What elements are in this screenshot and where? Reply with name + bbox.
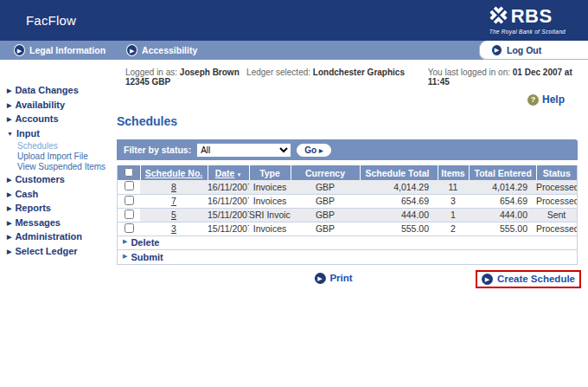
- row-checkbox[interactable]: [125, 181, 134, 190]
- cell-status: Processed: [536, 194, 577, 208]
- cell-type: Invoices: [249, 194, 291, 208]
- app-header: FacFlow RBS The Royal Bank of Scotland: [0, 0, 588, 41]
- cell-items: 2: [438, 222, 469, 235]
- cell-schedule-total: 4,014.29: [360, 180, 438, 194]
- row-checkbox[interactable]: [125, 223, 134, 233]
- schedule-link[interactable]: 7: [171, 196, 176, 206]
- chevron-right-icon: ▶: [7, 234, 11, 241]
- sidebar-label: Messages: [15, 217, 61, 228]
- cell-status: Sent: [536, 208, 577, 222]
- table-row: 3 15/11/2007 Invoices GBP 555.00 2 555.0…: [118, 222, 577, 235]
- chevron-right-icon: ▶: [7, 191, 11, 198]
- print-button[interactable]: ▶ Print: [314, 273, 352, 284]
- cell-status: Processed: [536, 180, 577, 194]
- sidebar-item-availability[interactable]: ▶Availability: [7, 100, 117, 110]
- sidebar-item-data-changes[interactable]: ▶Data Changes: [7, 85, 117, 95]
- cell-schedule-no: 7: [140, 194, 208, 208]
- table-row: 5 15/11/2007 SRI Invoices GBP 444.00 1 4…: [118, 208, 577, 222]
- cell-items: 3: [438, 194, 469, 208]
- chevron-down-icon: ▼: [7, 131, 13, 137]
- brand-name: RBS: [511, 5, 553, 28]
- sidebar-label: Data Changes: [15, 85, 78, 95]
- cell-schedule-no: 3: [140, 222, 208, 235]
- help-link[interactable]: ? Help: [527, 94, 565, 106]
- row-checkbox[interactable]: [125, 196, 134, 205]
- sidebar-item-customers[interactable]: ▶Customers: [7, 174, 117, 184]
- select-all-checkbox-cell: [118, 165, 140, 180]
- create-schedule-button[interactable]: ▶ Create Schedule: [476, 270, 581, 288]
- delete-button[interactable]: ▶ Delete: [118, 236, 577, 250]
- cell-schedule-no: 8: [140, 180, 208, 194]
- row-checkbox-cell: [118, 194, 140, 208]
- nav-accessibility[interactable]: ▶ Accessibility: [126, 44, 197, 56]
- table-header-row: Schedule No. Date▼ Type Currency Schedul…: [118, 165, 577, 180]
- schedule-link[interactable]: 8: [171, 182, 176, 192]
- facflow-window: FacFlow RBS The Royal Bank of Scotland: [0, 0, 588, 387]
- schedule-link[interactable]: 3: [171, 223, 176, 234]
- arrow-circle-icon: ▶: [482, 274, 493, 285]
- cell-date: 15/11/2007: [208, 222, 249, 235]
- sidebar-item-accounts[interactable]: ▶Accounts: [7, 113, 117, 124]
- table-row: 7 16/11/2007 Invoices GBP 654.69 3 654.6…: [118, 194, 577, 208]
- sidebar-item-schedules[interactable]: Schedules: [17, 141, 117, 151]
- cell-type: Invoices: [249, 180, 291, 194]
- sidebar-input-submenu: Schedules Upload Import File View Suspen…: [17, 141, 117, 171]
- sidebar-label: Availability: [15, 100, 65, 110]
- sidebar-item-reports[interactable]: ▶Reports: [7, 203, 117, 213]
- brand-tagline: The Royal Bank of Scotland: [489, 29, 566, 35]
- chevron-right-icon: ▶: [7, 102, 11, 109]
- filter-bar: Filter by status: All Go ▶: [117, 139, 578, 160]
- col-schedule-no[interactable]: Schedule No.: [140, 165, 208, 180]
- sidebar-item-messages[interactable]: ▶Messages: [7, 217, 117, 228]
- sidebar-label: Cash: [15, 189, 38, 199]
- print-label: Print: [329, 273, 352, 283]
- col-schedule-total: Schedule Total: [360, 165, 438, 180]
- col-date[interactable]: Date▼: [208, 165, 249, 180]
- session-bar: Logged in as: Joseph Brown Ledger select…: [125, 68, 584, 87]
- submit-label: Submit: [131, 252, 163, 262]
- cell-items: 1: [438, 208, 469, 222]
- chevron-right-icon: ▶: [7, 205, 11, 212]
- col-total-entered: Total Entered: [469, 165, 536, 180]
- arrow-circle-icon: ▶: [491, 44, 502, 56]
- col-items: Items: [438, 165, 469, 180]
- sidebar-item-administration[interactable]: ▶Administration: [7, 231, 117, 242]
- submit-button[interactable]: ▶ Submit: [118, 250, 577, 264]
- table-row: 8 16/11/2007 Invoices GBP 4,014.29 11 4,…: [118, 180, 577, 194]
- go-button[interactable]: Go ▶: [297, 144, 331, 157]
- cell-schedule-no: 5: [140, 208, 208, 222]
- row-checkbox-cell: [118, 180, 140, 194]
- nav-legal-information[interactable]: ▶ Legal Information: [14, 44, 105, 56]
- select-all-checkbox[interactable]: [125, 168, 133, 177]
- sidebar-item-view-suspended-items[interactable]: View Suspended Items: [17, 162, 117, 171]
- logged-in-label: Logged in as:: [125, 68, 177, 77]
- sidebar-label: Select Ledger: [15, 246, 77, 256]
- rbs-daisy-icon: [489, 6, 508, 28]
- col-schedule-no-label: Schedule No.: [145, 168, 203, 178]
- col-currency: Currency: [291, 165, 360, 180]
- sidebar-item-upload-import-file[interactable]: Upload Import File: [17, 152, 117, 161]
- bottom-actions: ▶ Print ▶ Create Schedule: [117, 273, 578, 292]
- row-checkbox[interactable]: [125, 210, 134, 219]
- sidebar-label: Administration: [15, 231, 82, 242]
- sidebar-label: Input: [16, 128, 40, 139]
- arrow-circle-icon: ▶: [126, 44, 137, 56]
- sidebar-label: Accounts: [15, 113, 58, 124]
- schedule-link[interactable]: 5: [171, 210, 176, 220]
- status-filter-select[interactable]: All: [196, 143, 291, 158]
- chevron-right-icon: ▶: [7, 116, 11, 123]
- cell-total-entered: 555.00: [469, 222, 536, 235]
- cell-currency: GBP: [291, 180, 360, 194]
- col-type: Type: [249, 165, 291, 180]
- chevron-right-icon: ▶: [123, 238, 127, 245]
- chevron-right-icon: ▶: [7, 87, 11, 94]
- sidebar-item-input[interactable]: ▼Input: [7, 128, 117, 139]
- schedules-table: Schedule No. Date▼ Type Currency Schedul…: [118, 165, 577, 236]
- cell-total-entered: 4,014.29: [469, 180, 536, 194]
- cell-schedule-total: 654.69: [360, 194, 438, 208]
- sidebar-item-cash[interactable]: ▶Cash: [7, 189, 117, 199]
- sidebar-item-select-ledger[interactable]: ▶Select Ledger: [7, 246, 117, 256]
- logout-button[interactable]: ▶ Log Out: [479, 41, 588, 60]
- cell-date: 15/11/2007: [208, 208, 249, 222]
- cell-date: 16/11/2007: [208, 180, 249, 194]
